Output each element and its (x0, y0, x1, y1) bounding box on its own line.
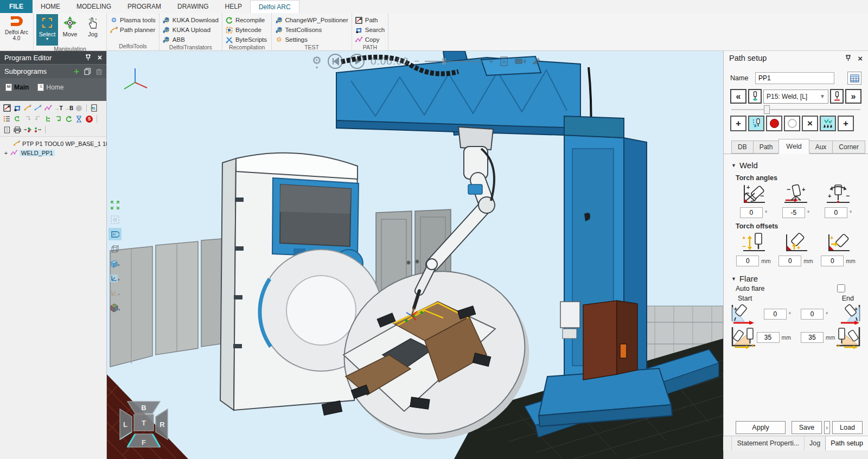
zoom-fit-icon[interactable] (108, 199, 122, 211)
search-path-icon[interactable] (12, 104, 22, 113)
outdent-icon[interactable] (33, 114, 42, 124)
move-button[interactable]: Move (59, 14, 81, 46)
linear-motion-icon[interactable] (23, 104, 32, 113)
flare-end-angle-input[interactable] (801, 309, 824, 320)
refresh-icon[interactable] (64, 114, 73, 124)
offset-x-input[interactable] (821, 256, 844, 266)
flare-start-length-input[interactable] (757, 332, 780, 343)
recompile-item[interactable]: Recompile (225, 16, 268, 24)
tab-weld[interactable]: Weld (778, 139, 809, 154)
tab-aux[interactable]: Aux (809, 141, 833, 154)
point-position-slider[interactable] (731, 109, 860, 110)
measure-icon[interactable] (532, 57, 540, 66)
delete-subprogram-icon[interactable] (96, 68, 102, 75)
flare-start-angle-input[interactable] (764, 309, 787, 320)
subprogram-tab-home[interactable]: S Home (37, 84, 63, 91)
path-item[interactable]: Path (354, 16, 386, 24)
kuka-download-item[interactable]: KUKA Download (162, 16, 220, 24)
subprogram-call-icon[interactable]: S (90, 104, 99, 113)
orientation-cube-icon[interactable]: ▾ (108, 301, 122, 314)
select-button[interactable]: Select ▾ (36, 14, 58, 46)
close-icon[interactable]: × (858, 54, 863, 63)
tool-frame-icon[interactable]: →T (54, 104, 63, 113)
weld-section-header[interactable]: ▼Weld (731, 161, 861, 170)
flare-end-length-input[interactable] (801, 332, 824, 343)
close-icon[interactable]: × (98, 53, 102, 62)
move-to-point-button[interactable] (748, 116, 764, 131)
play-button[interactable] (349, 53, 365, 69)
pin-icon[interactable] (85, 54, 91, 61)
offset-y-input[interactable] (778, 256, 801, 266)
simulation-settings-gear-icon[interactable]: ⚙▾ (312, 54, 322, 69)
settings-item[interactable]: ⚙Settings (274, 35, 349, 44)
abb-item[interactable]: ABB (162, 35, 220, 44)
weld-path-icon[interactable] (43, 104, 53, 113)
tab-statement-properties[interactable]: Statement Properti... (731, 436, 804, 450)
menu-tab-program[interactable]: PROGRAM (119, 0, 169, 13)
subprogram-tab-main[interactable]: M Main (5, 84, 29, 91)
work-angle-input[interactable] (740, 207, 763, 218)
menu-tab-help[interactable]: HELP (217, 0, 250, 13)
print-icon[interactable] (12, 125, 22, 135)
viewport-3d[interactable]: ⚙▾ 0:00:00 − + A ▾ ▾ ▾ ▾ (107, 51, 723, 459)
search-item[interactable]: Search (354, 25, 386, 34)
speed-slider[interactable] (425, 61, 483, 62)
menu-tab-file[interactable]: FILE (0, 0, 33, 13)
expand-icon[interactable]: + (3, 150, 9, 156)
apply-button[interactable]: Apply (736, 421, 786, 434)
save-button[interactable]: Save (792, 421, 822, 434)
loop-icon[interactable] (12, 114, 22, 124)
plasma-tools-item[interactable]: ⚙Plasma tools (109, 16, 157, 24)
tab-path-setup[interactable]: Path setup (825, 436, 868, 450)
testcollisons-item[interactable]: TestCollisons (274, 25, 349, 34)
offset-z-input[interactable] (736, 256, 759, 266)
view-cube[interactable]: B L T R F (116, 397, 172, 451)
menu-tab-modeling[interactable]: MODELING (68, 0, 119, 13)
delete-point-button[interactable]: × (802, 116, 818, 131)
copy-subprogram-icon[interactable] (84, 68, 91, 75)
auto-flare-checkbox[interactable] (837, 284, 845, 292)
tree-item-ptp[interactable]: PTP P1 TOOL0 WP_BASE_1 100% (0, 139, 106, 148)
travel-angle-input[interactable] (782, 207, 805, 218)
load-button[interactable]: Load (832, 421, 863, 434)
menu-tab-drawing[interactable]: DRAWING (169, 0, 217, 13)
speed-minus-icon[interactable]: − (414, 56, 419, 66)
tree-item-weld-pp1[interactable]: + WELD_PP1 (0, 148, 106, 157)
spin-angle-input[interactable] (825, 207, 847, 218)
statement-list-icon[interactable] (2, 114, 11, 124)
record-point-button[interactable] (766, 116, 782, 131)
frame-axes-icon[interactable]: ▾ (108, 272, 122, 284)
branch-icon[interactable] (43, 114, 53, 124)
add-subprogram-icon[interactable]: + (74, 68, 79, 75)
pin-icon[interactable] (845, 55, 851, 61)
changewp-positioner-item[interactable]: ChangeWP_Positioner (274, 16, 349, 24)
new-path-icon[interactable] (2, 104, 11, 113)
menu-tab-home[interactable]: HOME (33, 0, 68, 13)
jog-button[interactable]: Jog (82, 14, 104, 46)
point-table-button[interactable] (847, 72, 861, 85)
speed-plus-icon[interactable]: + (489, 56, 494, 66)
wireframe-cube-icon[interactable] (108, 243, 122, 255)
signal-in-icon[interactable] (33, 125, 42, 135)
menu-tab-delfoi-arc[interactable]: Delfoi ARC (250, 0, 299, 13)
verify-weld-button[interactable] (820, 116, 836, 131)
collapsed-button[interactable]: lı (824, 421, 830, 434)
projection-icon[interactable] (108, 228, 122, 240)
prev-weld-button[interactable] (748, 89, 762, 104)
tab-jog[interactable]: Jog (804, 436, 825, 450)
tab-corner[interactable]: Corner (832, 141, 865, 154)
copy-path-item[interactable]: Copy (354, 35, 386, 44)
next-weld-button[interactable] (830, 89, 844, 104)
jump-icon[interactable] (54, 114, 63, 124)
next-point-button[interactable]: » (845, 89, 861, 104)
add-point-before-button[interactable]: + (730, 116, 746, 131)
tab-path[interactable]: Path (753, 141, 779, 154)
path-planner-item[interactable]: Path planner (109, 25, 157, 34)
flare-section-header[interactable]: ▼Flare (731, 274, 861, 283)
record-video-icon[interactable] (514, 58, 526, 65)
wait-icon[interactable] (74, 114, 84, 124)
statement-doc-icon[interactable] (2, 125, 11, 135)
skip-to-start-button[interactable] (327, 53, 343, 69)
point-selector-dropdown[interactable]: P15: Weld, [L]▼ (763, 90, 828, 104)
signal-out-icon[interactable] (23, 125, 32, 135)
